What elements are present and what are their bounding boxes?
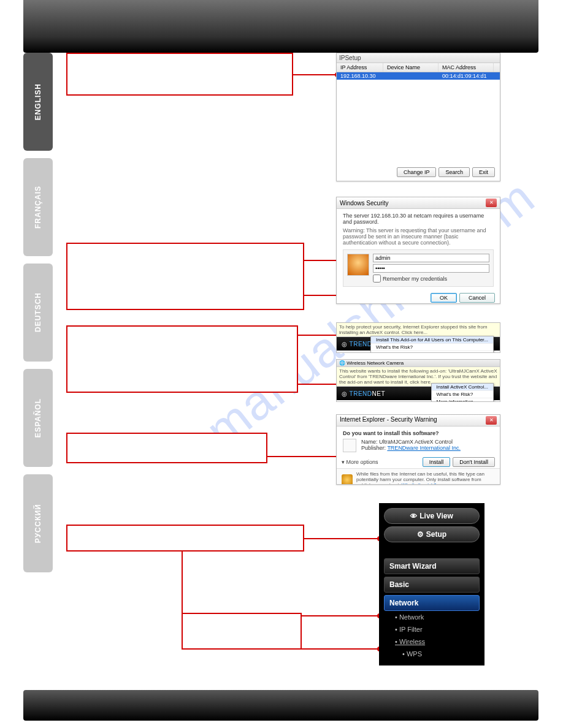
close-icon[interactable]: ✕ <box>486 199 497 207</box>
instruction-box-6 <box>182 613 302 650</box>
close-icon[interactable]: ✕ <box>486 416 497 425</box>
security-server-text: The server 192.168.10.30 at netcam requi… <box>343 213 494 225</box>
ipsetup-title: IPSetup <box>337 53 500 63</box>
camera-menu-panel: Live View ⚙Setup Smart Wizard Basic Netw… <box>379 503 484 665</box>
shield-icon <box>342 474 353 485</box>
publisher-link[interactable]: TRENDware International Inc. <box>387 445 461 451</box>
security-warning-text: Warning: This server is requesting that … <box>343 227 494 246</box>
software-name: UltraMJCamX ActiveX Control <box>379 439 453 445</box>
network-sub-network[interactable]: • Network <box>384 611 480 623</box>
cancel-button[interactable]: Cancel <box>459 293 495 303</box>
ie-infobar-2: 🌐 Wireless Network Camera This website w… <box>336 359 500 402</box>
smart-wizard-menu[interactable]: Smart Wizard <box>384 558 480 574</box>
exit-button[interactable]: Exit <box>472 167 495 177</box>
software-icon <box>343 439 356 452</box>
browser-tab[interactable]: 🌐 Wireless Network Camera <box>337 360 500 367</box>
lang-tab-deutsch[interactable]: DEUTSCH <box>23 264 53 362</box>
network-sub-wps[interactable]: • WPS <box>384 648 480 660</box>
page-header-bar <box>23 0 538 53</box>
search-button[interactable]: Search <box>439 167 470 177</box>
iew-title-bar: Internet Explorer - Security Warning ✕ <box>337 415 500 427</box>
change-ip-button[interactable]: Change IP <box>397 167 437 177</box>
eye-icon <box>410 512 417 520</box>
connector-line <box>182 552 183 613</box>
windows-security-dialog: Windows Security ✕ The server 192.168.10… <box>336 197 500 304</box>
whats-the-risk-link[interactable]: What's the risk? <box>402 482 437 485</box>
network-sub-ipfilter[interactable]: • IP Filter <box>384 623 480 635</box>
user-avatar-icon <box>347 254 369 276</box>
ok-button[interactable]: OK <box>431 293 457 303</box>
more-options[interactable]: ▾ More options <box>342 459 420 465</box>
lang-tab-francais[interactable]: FRANÇAIS <box>23 158 53 256</box>
connector-line <box>302 648 380 650</box>
username-field[interactable] <box>373 254 489 262</box>
instruction-box-4 <box>66 433 267 463</box>
dont-install-button[interactable]: Don't Install <box>453 457 495 467</box>
password-field[interactable] <box>373 264 489 273</box>
instruction-box-5 <box>66 525 304 552</box>
setup-button[interactable]: ⚙Setup <box>384 526 480 542</box>
gear-icon: ⚙ <box>417 530 424 539</box>
infobar-menu[interactable]: Install This Add-on for All Users on Thi… <box>370 336 494 353</box>
security-title-bar: Windows Security ✕ <box>337 197 500 209</box>
basic-menu[interactable]: Basic <box>384 577 480 593</box>
ie-infobar-1: To help protect your security, Internet … <box>336 322 500 353</box>
iew-question: Do you want to install this software? <box>343 430 494 436</box>
infobar-menu[interactable]: Install ActiveX Control... What's the Ri… <box>431 383 494 402</box>
live-view-button[interactable]: Live View <box>384 508 480 524</box>
ipsetup-column-headers: IP Address Device Name MAC Address <box>337 63 500 72</box>
infobar-text[interactable]: To help protect your security, Internet … <box>337 323 500 337</box>
lang-tab-english[interactable]: ENGLISH <box>23 53 53 151</box>
connector-line <box>304 538 380 539</box>
lang-tab-russian[interactable]: РУССКИЙ <box>23 474 53 572</box>
network-menu[interactable]: Network <box>384 595 480 611</box>
instruction-box-1 <box>66 53 293 96</box>
lang-tab-espanol[interactable]: ESPAÑOL <box>23 369 53 467</box>
trendnet-logo: ◎ TRENDNET <box>342 390 385 397</box>
iew-footer: While files from the Internet can be use… <box>337 468 500 485</box>
instruction-box-2 <box>66 243 304 310</box>
ipsetup-selected-row[interactable]: 192.168.10.30 00:14:d1:09:14:d1 <box>337 72 500 80</box>
page-footer-bar <box>23 690 538 721</box>
ie-security-warning: Internet Explorer - Security Warning ✕ D… <box>336 414 500 485</box>
remember-checkbox[interactable]: Remember my credentials <box>373 275 489 282</box>
instruction-box-3 <box>66 325 298 393</box>
network-sub-wireless[interactable]: • Wireless <box>384 635 480 648</box>
ipsetup-window: IPSetup IP Address Device Name MAC Addre… <box>336 53 500 181</box>
install-button[interactable]: Install <box>423 457 451 467</box>
connector-line <box>302 615 380 616</box>
language-tabs: ENGLISH FRANÇAIS DEUTSCH ESPAÑOL РУССКИЙ <box>23 53 53 580</box>
connector-line <box>293 74 337 75</box>
